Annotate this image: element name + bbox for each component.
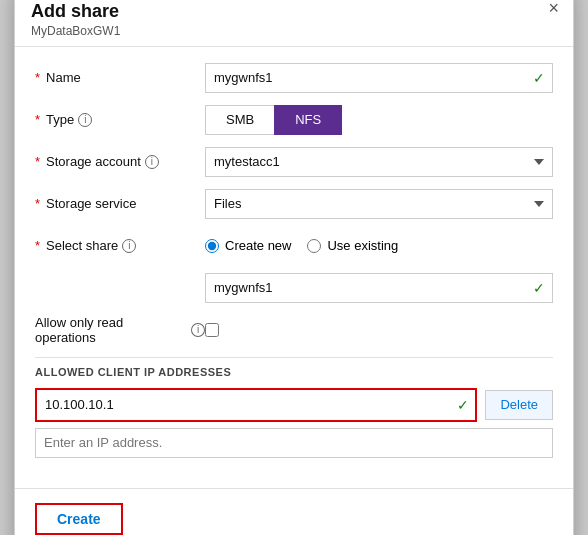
- dialog-body: * Name ✓ * Type i SMB NFS: [15, 47, 573, 480]
- use-existing-radio[interactable]: [307, 239, 321, 253]
- select-share-label: * Select share i: [35, 238, 205, 253]
- create-new-label: Create new: [225, 238, 291, 253]
- name-input-wrap: ✓: [205, 63, 553, 93]
- storage-account-select[interactable]: mytestacc1: [205, 147, 553, 177]
- name-input[interactable]: [205, 63, 553, 93]
- name-label: * Name: [35, 70, 205, 85]
- add-share-dialog: Add share MyDataBoxGW1 × * Name ✓ * Type…: [14, 0, 574, 535]
- storage-service-select[interactable]: Files: [205, 189, 553, 219]
- storage-info-icon: i: [145, 155, 159, 169]
- ip-section-header: ALLOWED CLIENT IP ADDRESSES: [35, 366, 553, 378]
- allow-read-control: [205, 323, 553, 337]
- allow-read-label: Allow only read operations i: [35, 315, 205, 345]
- select-share-row: * Select share i Create new Use existing: [35, 231, 553, 261]
- ip-placeholder-input[interactable]: [35, 428, 553, 458]
- ip-entry-row: ✓ Delete: [35, 388, 553, 422]
- required-star: *: [35, 70, 40, 85]
- type-control: SMB NFS: [205, 105, 553, 135]
- radio-group: Create new Use existing: [205, 238, 553, 253]
- ip-new-row: [35, 428, 553, 458]
- allow-read-checkbox[interactable]: [205, 323, 219, 337]
- share-name-control: ✓: [205, 273, 553, 303]
- storage-account-row: * Storage account i mytestacc1: [35, 147, 553, 177]
- dialog-footer: Create: [15, 488, 573, 536]
- ip-input-wrap: ✓: [35, 388, 477, 422]
- delete-button[interactable]: Delete: [485, 390, 553, 420]
- type-row: * Type i SMB NFS: [35, 105, 553, 135]
- required-star-type: *: [35, 112, 40, 127]
- dialog-header: Add share MyDataBoxGW1 ×: [15, 0, 573, 47]
- use-existing-radio-label[interactable]: Use existing: [307, 238, 398, 253]
- share-name-input[interactable]: [205, 273, 553, 303]
- use-existing-label: Use existing: [327, 238, 398, 253]
- ip-input[interactable]: [37, 390, 457, 420]
- storage-account-control: mytestacc1: [205, 147, 553, 177]
- select-share-info-icon: i: [122, 239, 136, 253]
- smb-button[interactable]: SMB: [205, 105, 274, 135]
- type-toggle: SMB NFS: [205, 105, 553, 135]
- required-star-share: *: [35, 238, 40, 253]
- storage-service-row: * Storage service Files: [35, 189, 553, 219]
- ip-check-icon: ✓: [457, 397, 475, 413]
- share-name-input-wrap: ✓: [205, 273, 553, 303]
- close-button[interactable]: ×: [548, 0, 559, 17]
- nfs-button[interactable]: NFS: [274, 105, 342, 135]
- dialog-subtitle: MyDataBoxGW1: [31, 24, 557, 38]
- storage-service-label: * Storage service: [35, 196, 205, 211]
- required-star-storage: *: [35, 154, 40, 169]
- create-new-radio-label[interactable]: Create new: [205, 238, 291, 253]
- type-info-icon: i: [78, 113, 92, 127]
- select-share-control: Create new Use existing: [205, 238, 553, 253]
- create-button[interactable]: Create: [35, 503, 123, 535]
- share-name-row: ✓: [35, 273, 553, 303]
- dialog-title: Add share: [31, 1, 557, 22]
- name-control: ✓: [205, 63, 553, 93]
- storage-service-control: Files: [205, 189, 553, 219]
- type-label: * Type i: [35, 112, 205, 127]
- name-row: * Name ✓: [35, 63, 553, 93]
- allow-read-info-icon: i: [191, 323, 205, 337]
- divider: [35, 357, 553, 358]
- name-check-icon: ✓: [533, 70, 545, 86]
- required-star-service: *: [35, 196, 40, 211]
- allow-read-row: Allow only read operations i: [35, 315, 553, 345]
- storage-account-label: * Storage account i: [35, 154, 205, 169]
- create-new-radio[interactable]: [205, 239, 219, 253]
- share-name-check-icon: ✓: [533, 280, 545, 296]
